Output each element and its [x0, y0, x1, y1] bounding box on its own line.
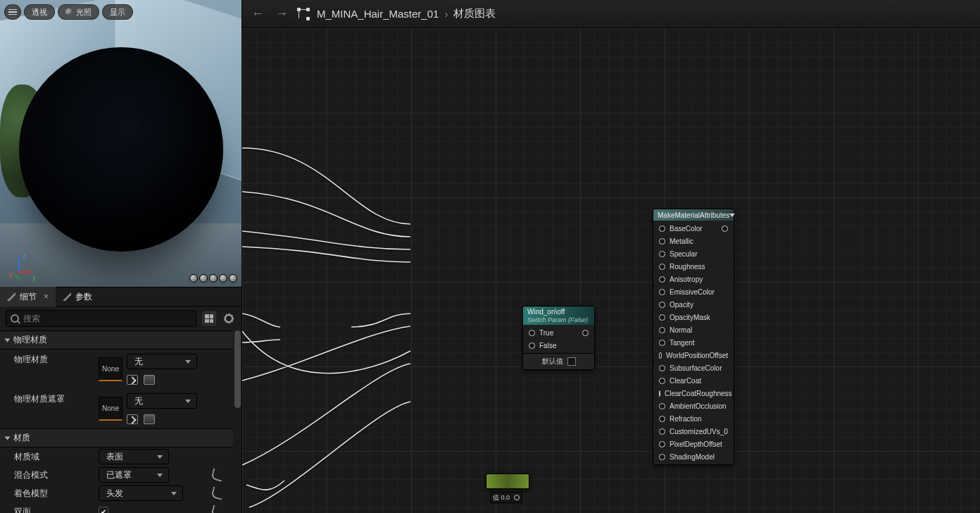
node-value-pill[interactable]: 值 0.0: [490, 492, 522, 503]
asset-thumbnail[interactable]: None: [99, 397, 122, 421]
nav-back-button[interactable]: ←: [249, 6, 266, 23]
preview-shape-plane[interactable]: [209, 274, 218, 283]
reset-to-default-button[interactable]: [211, 486, 225, 500]
search-input[interactable]: [22, 313, 191, 324]
input-pin[interactable]: [659, 428, 665, 435]
input-pin[interactable]: [659, 352, 662, 359]
input-pin[interactable]: [659, 365, 665, 371]
node-partial-green[interactable]: [486, 474, 529, 489]
input-pin[interactable]: [659, 454, 665, 460]
input-pin[interactable]: [659, 314, 665, 321]
close-icon[interactable]: ×: [44, 292, 49, 302]
preview-sphere: [19, 47, 223, 252]
blend-mode-dropdown[interactable]: 已遮罩: [99, 467, 169, 483]
input-pin[interactable]: [659, 327, 665, 333]
use-selected-asset-button[interactable]: [127, 414, 138, 424]
viewport-perspective-label: 透视: [32, 7, 47, 18]
pin-row: Opacity: [653, 298, 734, 311]
chevron-down-icon: [729, 214, 735, 217]
pin-row: CustomizedUVs_0: [653, 425, 734, 438]
category-material[interactable]: 材质: [0, 428, 233, 447]
preview-shape-sphere[interactable]: [199, 274, 208, 283]
node-make-material-attributes[interactable]: MakeMaterialAttributes BaseColorMetallic…: [653, 209, 734, 465]
pin-label: Tangent: [670, 339, 695, 347]
tab-params[interactable]: 参数: [56, 287, 99, 307]
input-pin[interactable]: [659, 225, 665, 232]
input-pin[interactable]: [659, 276, 665, 283]
breadcrumb-graph[interactable]: 材质图表: [453, 7, 496, 20]
viewport-lighting-label: 光照: [76, 7, 92, 18]
category-physical-material[interactable]: 物理材质: [0, 330, 233, 350]
input-pin[interactable]: [659, 378, 665, 384]
two-sided-checkbox[interactable]: [99, 507, 108, 513]
pencil-icon: [7, 292, 15, 301]
chevron-down-icon: [5, 338, 11, 342]
category-label: 物理材质: [13, 334, 47, 346]
preview-shape-cube[interactable]: [219, 274, 227, 283]
pin-row: SubsurfaceColor: [653, 361, 734, 374]
pin-row: Specular: [653, 247, 734, 260]
input-pin[interactable]: [659, 264, 665, 270]
material-preview-viewport[interactable]: 透视 光照 显示 z Y x: [0, 0, 241, 287]
reset-to-default-button[interactable]: [211, 468, 225, 482]
asset-thumbnail[interactable]: None: [99, 357, 122, 381]
physical-material-dropdown[interactable]: 无: [127, 354, 197, 369]
pin-label: ClearCoatRoughness: [665, 390, 732, 397]
input-pin[interactable]: [659, 403, 665, 409]
blend-mode-label: 混合模式: [14, 469, 99, 481]
pencil-icon: [63, 292, 71, 301]
pin-row: OpacityMask: [653, 311, 734, 323]
preview-shape-cylinder[interactable]: [189, 274, 198, 283]
input-pin[interactable]: [659, 390, 660, 397]
chevron-down-icon: [157, 474, 163, 477]
node-wind-switch[interactable]: Wind_on\off Switch Param (False) True Fa…: [522, 306, 595, 370]
viewport-menu-button[interactable]: [4, 4, 21, 20]
browse-asset-button[interactable]: [144, 414, 155, 424]
material-domain-dropdown[interactable]: 表面: [99, 449, 169, 464]
input-pin[interactable]: [659, 340, 665, 346]
browse-asset-button[interactable]: [144, 375, 155, 385]
settings-button[interactable]: [222, 311, 236, 326]
viewport-perspective-dropdown[interactable]: 透视: [24, 4, 55, 20]
pin-label: Metallic: [670, 237, 693, 245]
breadcrumb-asset[interactable]: M_MINA_Hair_Master_01: [317, 8, 439, 20]
pin-row: Anisotropy: [653, 273, 734, 285]
pin-row: PixelDepthOffset: [653, 438, 734, 450]
input-pin[interactable]: [659, 302, 665, 308]
tab-details[interactable]: 细节 ×: [0, 287, 56, 307]
input-pin[interactable]: [659, 441, 665, 447]
shading-model-dropdown[interactable]: 头发: [99, 486, 183, 501]
physical-material-mask-dropdown[interactable]: 无: [127, 393, 197, 409]
default-value-checkbox[interactable]: [567, 357, 576, 366]
pin-row: AmbientOcclusion: [653, 400, 734, 412]
output-pin[interactable]: [582, 330, 589, 336]
node-subtitle: Switch Param (False): [527, 316, 588, 323]
reset-to-default-button[interactable]: [211, 505, 225, 513]
nav-forward-button[interactable]: →: [273, 6, 290, 23]
output-pin[interactable]: [722, 225, 728, 232]
node-title: MakeMaterialAttributes: [658, 211, 729, 219]
input-pin[interactable]: [529, 330, 535, 336]
viewport-show-dropdown[interactable]: 显示: [102, 4, 133, 20]
input-pin[interactable]: [659, 289, 665, 295]
input-pin[interactable]: [659, 251, 665, 257]
input-pin[interactable]: [529, 342, 535, 349]
pin-row: EmissiveColor: [653, 285, 734, 298]
preview-shape-custom[interactable]: [229, 274, 237, 283]
input-pin[interactable]: [659, 238, 665, 245]
output-pin[interactable]: [514, 495, 520, 500]
sun-icon: [65, 8, 73, 16]
pin-row: ClearCoatRoughness: [653, 387, 734, 400]
pin-label: ShadingModel: [670, 453, 715, 461]
pin-label: Specular: [670, 250, 697, 258]
viewport-lighting-dropdown[interactable]: 光照: [58, 4, 99, 20]
pin-row: Tangent: [653, 336, 734, 349]
view-grid-button[interactable]: [202, 311, 216, 326]
details-scrollbar[interactable]: [234, 330, 241, 513]
use-selected-asset-button[interactable]: [127, 375, 138, 385]
pin-row: Normal: [653, 323, 734, 336]
details-scroll-area[interactable]: 物理材质 物理材质 None 无: [0, 330, 233, 513]
material-graph-canvas[interactable]: MakeMaterialAttributes BaseColorMetallic…: [242, 28, 980, 513]
input-pin[interactable]: [659, 416, 665, 422]
details-search-box[interactable]: [6, 310, 196, 327]
